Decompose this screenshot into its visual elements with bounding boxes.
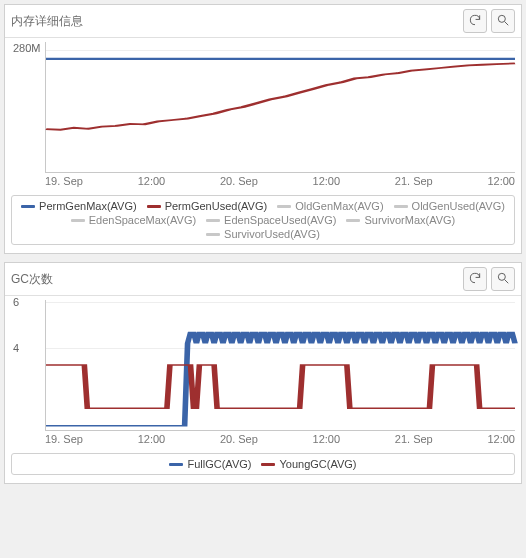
legend-item[interactable]: OldGenMax(AVG) — [277, 200, 383, 212]
legend-swatch — [147, 205, 161, 208]
legend-swatch — [71, 219, 85, 222]
svg-point-0 — [498, 15, 505, 22]
x-axis: 19. Sep 12:00 20. Sep 12:00 21. Sep 12:0… — [45, 173, 515, 189]
svg-point-2 — [498, 273, 505, 280]
x-tick: 19. Sep — [45, 433, 83, 445]
x-tick: 12:00 — [138, 175, 166, 187]
legend-label: SurvivorMax(AVG) — [364, 214, 455, 226]
legend-swatch — [169, 463, 183, 466]
x-tick: 12:00 — [138, 433, 166, 445]
legend-label: EdenSpaceMax(AVG) — [89, 214, 196, 226]
x-tick: 12:00 — [313, 433, 341, 445]
refresh-icon — [468, 13, 482, 30]
legend-item[interactable]: EdenSpaceUsed(AVG) — [206, 214, 336, 226]
legend-label: OldGenUsed(AVG) — [412, 200, 505, 212]
legend-swatch — [277, 205, 291, 208]
panel-tools — [463, 267, 515, 291]
legend-item[interactable]: EdenSpaceMax(AVG) — [71, 214, 196, 226]
x-tick: 12:00 — [313, 175, 341, 187]
refresh-button[interactable] — [463, 9, 487, 33]
legend-swatch — [206, 219, 220, 222]
plot[interactable] — [45, 42, 515, 173]
panel-tools — [463, 9, 515, 33]
magnifier-icon — [496, 13, 510, 30]
legend-label: PermGenUsed(AVG) — [165, 200, 268, 212]
legend-label: FullGC(AVG) — [187, 458, 251, 470]
y-tick-label: 280M — [13, 42, 41, 54]
x-axis: 19. Sep 12:00 20. Sep 12:00 21. Sep 12:0… — [45, 431, 515, 447]
legend-label: OldGenMax(AVG) — [295, 200, 383, 212]
series-younggc — [46, 365, 515, 408]
legend-item[interactable]: PermGenUsed(AVG) — [147, 200, 268, 212]
plot-svg — [46, 42, 515, 172]
svg-line-1 — [505, 21, 509, 25]
x-tick: 12:00 — [487, 175, 515, 187]
panel-memory: 内存详细信息 280M 19. — [4, 4, 522, 254]
x-tick: 20. Sep — [220, 175, 258, 187]
refresh-icon — [468, 271, 482, 288]
legend-swatch — [346, 219, 360, 222]
legend-swatch — [394, 205, 408, 208]
x-tick: 20. Sep — [220, 433, 258, 445]
refresh-button[interactable] — [463, 267, 487, 291]
x-tick: 21. Sep — [395, 433, 433, 445]
y-tick-label: 4 — [13, 342, 19, 354]
legend-label: YoungGC(AVG) — [279, 458, 356, 470]
chart-area: 6 4 19. Sep 12:00 20. Sep 12:00 21. Sep … — [5, 296, 521, 447]
plot-svg — [46, 300, 515, 430]
legend-swatch — [261, 463, 275, 466]
x-tick: 21. Sep — [395, 175, 433, 187]
x-tick: 12:00 — [487, 433, 515, 445]
svg-line-3 — [505, 279, 509, 283]
x-tick: 19. Sep — [45, 175, 83, 187]
plot[interactable] — [45, 300, 515, 431]
legend-label: EdenSpaceUsed(AVG) — [224, 214, 336, 226]
legend: FullGC(AVG)YoungGC(AVG) — [11, 453, 515, 475]
panel-header: GC次数 — [5, 263, 521, 296]
legend-item[interactable]: OldGenUsed(AVG) — [394, 200, 505, 212]
panel-gc: GC次数 6 4 19. Sep — [4, 262, 522, 484]
legend-label: SurvivorUsed(AVG) — [224, 228, 320, 240]
panel-title: 内存详细信息 — [11, 13, 83, 30]
legend: PermGenMax(AVG)PermGenUsed(AVG)OldGenMax… — [11, 195, 515, 245]
legend-item[interactable]: FullGC(AVG) — [169, 458, 251, 470]
legend-label: PermGenMax(AVG) — [39, 200, 137, 212]
panel-title: GC次数 — [11, 271, 53, 288]
legend-item[interactable]: SurvivorUsed(AVG) — [206, 228, 320, 240]
magnifier-icon — [496, 271, 510, 288]
legend-item[interactable]: SurvivorMax(AVG) — [346, 214, 455, 226]
legend-swatch — [206, 233, 220, 236]
chart-area: 280M 19. Sep 12:00 20. Sep 12:00 21. Sep… — [5, 38, 521, 189]
series-permgenused — [46, 63, 515, 129]
legend-item[interactable]: YoungGC(AVG) — [261, 458, 356, 470]
legend-item[interactable]: PermGenMax(AVG) — [21, 200, 137, 212]
legend-swatch — [21, 205, 35, 208]
zoom-button[interactable] — [491, 267, 515, 291]
panel-header: 内存详细信息 — [5, 5, 521, 38]
series-fullgc — [46, 333, 515, 426]
y-tick-label: 6 — [13, 296, 19, 308]
zoom-button[interactable] — [491, 9, 515, 33]
